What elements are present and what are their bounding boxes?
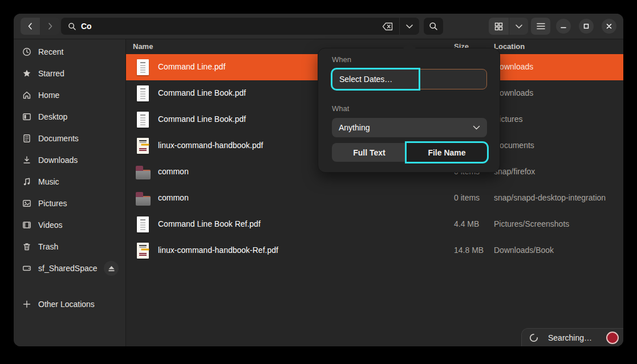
drive-icon <box>22 264 32 273</box>
main-menu-button[interactable] <box>531 18 550 35</box>
when-label: When <box>332 55 351 64</box>
sidebar-item-label: Trash <box>38 242 58 251</box>
sidebar-item-label: Starred <box>38 69 64 78</box>
file-type-dropdown[interactable]: Anything <box>332 118 487 137</box>
file-name: common <box>158 193 189 202</box>
grid-view-button[interactable] <box>489 18 509 35</box>
sidebar-item-recent[interactable]: Recent <box>17 42 122 62</box>
file-size: 0 items <box>454 193 480 202</box>
download-icon <box>22 156 32 165</box>
forward-icon <box>46 22 54 30</box>
picture-icon <box>22 199 32 208</box>
sidebar-item-videos[interactable]: Videos <box>17 215 122 235</box>
search-icon <box>429 22 438 31</box>
sidebar-item-desktop[interactable]: Desktop <box>17 107 122 127</box>
sidebar-item-starred[interactable]: Starred <box>17 63 122 84</box>
clear-backspace-icon[interactable] <box>382 22 393 31</box>
file-location: snap/snapd-desktop-integration <box>494 193 606 202</box>
sidebar-item-label: Pictures <box>38 199 67 208</box>
home-icon <box>22 91 32 100</box>
sidebar-item-label: Desktop <box>38 112 67 121</box>
what-label: What <box>332 104 349 113</box>
pdf-file-icon <box>135 111 152 128</box>
file-row[interactable]: common0 itemssnap/snapd-desktop-integrat… <box>126 185 623 211</box>
files-window: Co <box>14 14 623 346</box>
book-file-icon <box>135 137 152 154</box>
chevron-down-icon <box>405 24 413 29</box>
folder-icon <box>135 163 152 181</box>
star-icon <box>22 69 32 78</box>
sidebar-item-trash[interactable]: Trash <box>17 236 122 257</box>
desktop-icon <box>22 112 32 121</box>
pdf-file-icon <box>135 216 152 233</box>
forward-button[interactable] <box>40 18 60 35</box>
sidebar-item-documents[interactable]: Documents <box>17 128 122 149</box>
sidebar-item-label: Home <box>38 91 59 100</box>
full-text-button[interactable]: Full Text <box>332 143 407 162</box>
pdf-file-icon <box>135 85 152 102</box>
file-name: Command Line Book.pdf <box>158 88 246 97</box>
back-button[interactable] <box>21 18 40 35</box>
search-mode-segment: Full Text File Name <box>332 143 487 162</box>
close-icon <box>606 23 612 30</box>
stop-search-button[interactable] <box>606 332 619 344</box>
sidebar-item-home[interactable]: Home <box>17 85 122 105</box>
maximize-icon <box>583 23 590 30</box>
file-row[interactable]: linux-command-handbook-Ref.pdf14.8 MBDow… <box>126 238 623 264</box>
file-name: Command Line Book.pdf <box>158 114 246 124</box>
film-icon <box>22 220 32 230</box>
sidebar-item-sf-sharedspace[interactable]: sf_SharedSpace <box>17 258 122 279</box>
view-switch-group <box>489 18 528 35</box>
file-location: Downloads/Book <box>494 246 554 255</box>
file-name: common <box>158 167 189 176</box>
search-options-dropdown-button[interactable] <box>400 18 419 35</box>
hamburger-menu-icon <box>537 23 545 30</box>
eject-button[interactable] <box>104 261 119 276</box>
date-range-end-field[interactable] <box>419 69 486 89</box>
sidebar-item-label: Recent <box>38 47 63 56</box>
minimize-icon <box>560 23 567 30</box>
sidebar-item-other-locations[interactable]: Other Locations <box>17 294 122 314</box>
sidebar-item-downloads[interactable]: Downloads <box>17 150 122 170</box>
plus-icon <box>22 300 32 309</box>
view-options-dropdown-button[interactable] <box>509 18 528 35</box>
file-name: Command Line.pdf <box>158 62 225 71</box>
search-filter-popover: When Select Dates… What Anything Full Te… <box>318 48 500 173</box>
spinner-icon <box>529 333 538 342</box>
file-name: linux-command-handbook.pdf <box>158 141 263 150</box>
file-row[interactable]: Command Line Book Ref.pdf4.4 MBPictures/… <box>126 211 623 238</box>
select-dates-button[interactable]: Select Dates… <box>332 69 419 89</box>
search-progress-toast: Searching… <box>521 328 623 346</box>
searching-status-text: Searching… <box>548 333 592 342</box>
file-size: 14.8 MB <box>454 246 484 255</box>
headerbar: Co <box>14 14 623 39</box>
sidebar-item-label: Videos <box>38 220 63 230</box>
sidebar-item-label: Other Locations <box>38 300 95 309</box>
maximize-button[interactable] <box>579 19 594 34</box>
clock-icon <box>22 47 32 56</box>
sidebar-item-label: Documents <box>38 134 79 143</box>
search-text: Co <box>81 22 382 31</box>
sidebar-item-label: Music <box>38 177 59 186</box>
search-icon <box>68 22 76 31</box>
file-location: snap/firefox <box>494 167 535 176</box>
search-input[interactable]: Co <box>61 18 399 35</box>
chevron-down-icon <box>515 24 523 29</box>
file-name-button[interactable]: File Name <box>407 143 487 162</box>
sidebar-item-label: sf_SharedSpace <box>38 264 98 273</box>
close-button[interactable] <box>602 19 616 34</box>
column-header-location[interactable]: Location <box>494 42 525 51</box>
document-icon <box>22 134 32 143</box>
pdf-file-icon <box>135 59 152 76</box>
column-header-name[interactable]: Name <box>133 42 153 51</box>
minimize-button[interactable] <box>556 19 571 34</box>
sidebar-item-pictures[interactable]: Pictures <box>17 193 122 214</box>
file-size: 4.4 MB <box>454 219 479 228</box>
grid-view-icon <box>494 22 503 31</box>
date-range-row: Select Dates… <box>332 69 487 89</box>
book-file-icon <box>135 242 152 259</box>
sidebar-item-music[interactable]: Music <box>17 171 122 192</box>
search-toggle-button[interactable] <box>424 18 443 35</box>
file-location: Pictures/Screenshots <box>494 219 569 228</box>
back-icon <box>26 22 34 30</box>
